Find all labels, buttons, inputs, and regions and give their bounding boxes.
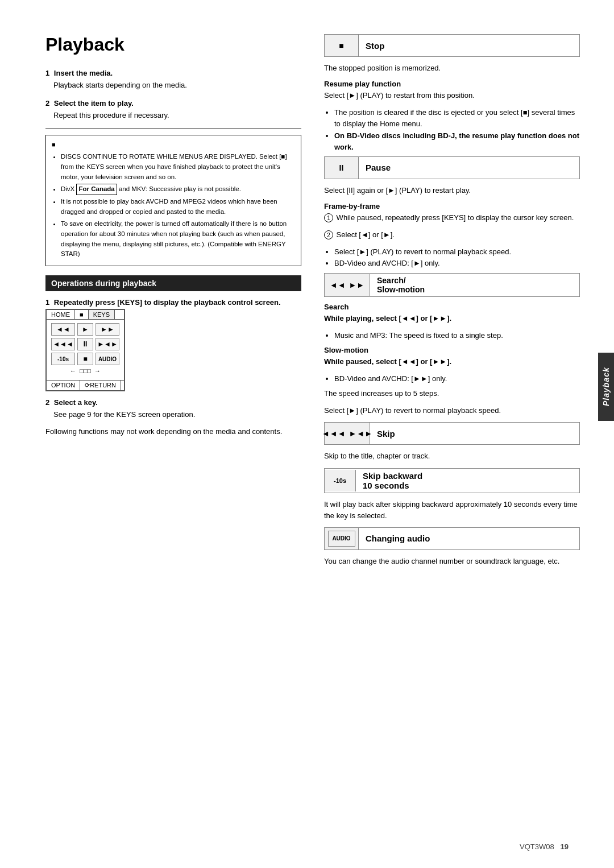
divider1 — [45, 129, 301, 129]
sub-step2-body: See page 9 for the KEYS screen operation… — [53, 409, 301, 420]
keys-row2: ◄◄◄ II ►◄► — [51, 338, 119, 350]
keys-row1: ◄◄ ► ►► — [51, 323, 119, 336]
resume-heading: Resume play function — [324, 80, 580, 88]
right-column: ■ Stop The stopped position is memorized… — [324, 34, 580, 573]
notes-list: DISCS CONTINUE TO ROTATE WHILE MENUS ARE… — [61, 152, 295, 259]
pause-function-box: II Pause — [324, 156, 580, 179]
slowmotion-bullets: BD-Video and AVCHD: [►►] only. — [334, 373, 580, 385]
skip-back-btn[interactable]: ◄◄◄ — [51, 338, 75, 350]
note-item: DivX For Canada and MKV: Successive play… — [61, 184, 295, 195]
side-tab: Playback — [598, 353, 614, 421]
keys-tab: KEYS — [89, 310, 115, 319]
pause-icon: II — [325, 157, 359, 179]
audio-btn[interactable]: AUDIO — [96, 353, 119, 365]
slowmotion-sub: While paused, select [◄◄] or [►►]. — [324, 356, 580, 367]
speed-note: The speed increases up to 5 steps. — [324, 388, 580, 399]
revert-note: Select [►] (PLAY) to revert to normal pl… — [324, 405, 580, 416]
pause-bullets: Select [►] (PLAY) to revert to normal pl… — [334, 246, 580, 269]
search-bullets: Music and MP3: The speed is fixed to a s… — [334, 330, 580, 341]
section-heading: Operations during playback — [45, 275, 301, 291]
stop-desc: The stopped position is memorized. — [324, 63, 580, 74]
note-item: DISCS CONTINUE TO ROTATE WHILE MENUS ARE… — [61, 152, 295, 182]
step1-body: Playback starts depending on the media. — [53, 80, 301, 91]
page-container: Playback 1 Insert the media. Playback st… — [0, 0, 614, 607]
step2: 2 Select the item to play. Repeat this p… — [45, 99, 301, 121]
stop-function-box: ■ Stop — [324, 34, 580, 57]
stop-bullets: The position is cleared if the disc is e… — [334, 107, 580, 153]
keys-body: ◄◄ ► ►► ◄◄◄ II ►◄► -10s ■ AUDIO ← □□□ → — [47, 320, 124, 380]
skip10s-btn[interactable]: -10s — [51, 353, 75, 365]
keys-icon-tab: ■ — [75, 310, 89, 319]
skip-backward-label: Skip backward10 seconds — [356, 469, 579, 493]
search-function-box: ◄◄ ►► Search/Slow-motion — [324, 273, 580, 297]
slowmotion-bullet: BD-Video and AVCHD: [►►] only. — [334, 373, 580, 385]
sub-step2-heading: 2 Select a key. — [45, 398, 301, 407]
page-title: Playback — [45, 34, 301, 55]
skip-fwd-btn[interactable]: ►◄► — [96, 338, 119, 350]
skip-function-box: ◄◄◄ ►◄► Skip — [324, 422, 580, 445]
keys-bottom-bar: OPTION ⟳RETURN — [47, 380, 124, 390]
search-label: Search/Slow-motion — [370, 274, 579, 296]
step2-body: Repeat this procedure if necessary. — [53, 110, 301, 121]
skip-desc: Skip to the title, chapter or track. — [324, 450, 580, 462]
audio-icon: AUDIO — [325, 528, 359, 549]
skip-backward-icon: -10s — [325, 470, 356, 491]
note-icon: ■ — [52, 140, 295, 150]
audio-label: Changing audio — [359, 531, 579, 545]
skip-backward-function-box: -10s Skip backward10 seconds — [324, 468, 580, 493]
stop-btn[interactable]: ■ — [77, 353, 93, 365]
page-footer: VQT3W08 19 — [520, 842, 569, 851]
audio-function-box: AUDIO Changing audio — [324, 527, 580, 550]
sub-step2: 2 Select a key. See page 9 for the KEYS … — [45, 398, 301, 420]
keys-row4: ← □□□ → — [51, 367, 119, 374]
frame-step1: 1 While paused, repeatedly press [KEYS] … — [324, 212, 580, 224]
sub-step1-heading: 1 Repeatedly press [KEYS] to display the… — [45, 298, 301, 307]
pause-bullet2: BD-Video and AVCHD: [►] only. — [334, 258, 580, 269]
audio-desc: You can change the audio channel number … — [324, 556, 580, 567]
note-box: ■ DISCS CONTINUE TO ROTATE WHILE MENUS A… — [45, 135, 301, 266]
skip-icon: ◄◄◄ ►◄► — [325, 423, 370, 444]
keys-screen: HOME ■ KEYS ◄◄ ► ►► ◄◄◄ II ►◄► -10s ■ — [45, 309, 125, 391]
pause-bullet1: Select [►] (PLAY) to revert to normal pl… — [334, 246, 580, 258]
home-tab: HOME — [47, 310, 75, 319]
keys-row3: -10s ■ AUDIO — [51, 353, 119, 365]
search-sub: While playing, select [◄◄] or [►►]. — [324, 313, 580, 324]
slowmotion-heading: Slow-motion — [324, 346, 580, 354]
skip-backward-desc: It will play back after skipping backwar… — [324, 499, 580, 522]
stop-bullet1: The position is cleared if the disc is e… — [334, 107, 580, 130]
search-heading: Search — [324, 303, 580, 311]
step1: 1 Insert the media. Playback starts depe… — [45, 69, 301, 91]
stop-bullet2: On BD-Video discs including BD-J, the re… — [334, 130, 580, 153]
left-column: Playback 1 Insert the media. Playback st… — [45, 34, 301, 573]
option-tab: OPTION — [47, 381, 80, 390]
note-item: To save on electricity, the power is tur… — [61, 219, 295, 259]
return-tab: ⟳RETURN — [80, 381, 121, 390]
note-item: It is not possible to play back AVCHD an… — [61, 197, 295, 217]
search-bullet: Music and MP3: The speed is fixed to a s… — [334, 330, 580, 341]
pause-btn[interactable]: II — [77, 338, 93, 350]
play-btn[interactable]: ► — [77, 323, 93, 336]
keys-top-bar: HOME ■ KEYS — [47, 310, 124, 320]
fast-forward-btn[interactable]: ►► — [96, 323, 119, 336]
search-icon: ◄◄ ►► — [325, 274, 370, 296]
pause-label: Pause — [359, 160, 579, 175]
frame-heading: Frame-by-frame — [324, 202, 580, 210]
stop-label: Stop — [359, 39, 579, 53]
stop-icon: ■ — [325, 35, 359, 56]
sub-step1: 1 Repeatedly press [KEYS] to display the… — [45, 298, 301, 307]
resume-desc: Select [►] (PLAY) to restart from this p… — [324, 90, 580, 101]
frame-step2: 2 Select [◄] or [►]. — [324, 229, 580, 241]
rewind-btn[interactable]: ◄◄ — [51, 323, 75, 336]
skip-label: Skip — [370, 427, 579, 441]
pause-desc: Select [II] again or [►] (PLAY) to resta… — [324, 185, 580, 196]
following-note: Following functions may not work dependi… — [45, 426, 301, 437]
